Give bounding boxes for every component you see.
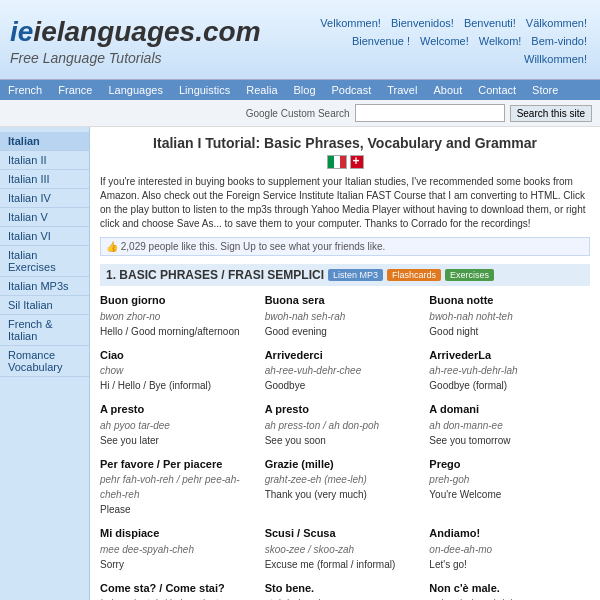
vocab-translation: Excuse me (formal / informal) xyxy=(265,557,426,572)
vocab-pronunciation: preh-goh xyxy=(429,472,590,487)
nav-item-about[interactable]: About xyxy=(425,80,470,100)
flag-italy xyxy=(327,155,347,169)
vocab-translation: Goodbye xyxy=(265,378,426,393)
welcome-word: Bem-vindo! xyxy=(528,34,590,48)
vocab-translation: Good evening xyxy=(265,324,426,339)
vocab-word: Grazie (mille) xyxy=(265,456,426,473)
nav-item-contact[interactable]: Contact xyxy=(470,80,524,100)
vocab-pronunciation: ah don-mann-ee xyxy=(429,418,590,433)
vocab-word: A domani xyxy=(429,401,590,418)
vocab-translation: Sorry xyxy=(100,557,261,572)
vocab-word: A presto xyxy=(265,401,426,418)
nav-item-store[interactable]: Store xyxy=(524,80,566,100)
sidebar-item-italian-mp3s[interactable]: Italian MP3s xyxy=(0,277,89,296)
content-area: Italian I Tutorial: Basic Phrases, Vocab… xyxy=(90,127,600,600)
vocab-pronunciation: ah pyoo tar-dee xyxy=(100,418,261,433)
section1-header: 1. BASIC PHRASES / FRASI SEMPLICI Listen… xyxy=(100,264,590,286)
nav-item-languages[interactable]: Languages xyxy=(101,80,171,100)
logo[interactable]: ieielanguages.com xyxy=(10,16,261,48)
vocab-word: Buon giorno xyxy=(100,292,261,309)
vocab-pronunciation: ah press-ton / ah don-poh xyxy=(265,418,426,433)
sidebar-item-italian-iv[interactable]: Italian IV xyxy=(0,189,89,208)
vocab-entry: ArrivederLa ah-ree-vuh-dehr-lah Goodbye … xyxy=(429,347,590,394)
vocab-word: Mi dispiace xyxy=(100,525,261,542)
vocab-pronunciation: ah-ree-vuh-dehr-chee xyxy=(265,363,426,378)
nav-item-travel[interactable]: Travel xyxy=(379,80,425,100)
nav-item-french[interactable]: French xyxy=(0,80,50,100)
exercises-button[interactable]: Exercises xyxy=(445,269,494,281)
vocab-pronunciation: bwoh-nah seh-rah xyxy=(265,309,426,324)
vocab-word: Buona sera xyxy=(265,292,426,309)
vocab-translation: Hello / Good morning/afternoon xyxy=(100,324,261,339)
welcome-word: Välkommen! xyxy=(523,16,590,30)
sidebar-item-italian-v[interactable]: Italian V xyxy=(0,208,89,227)
welcome-word: Bienvenidos! xyxy=(388,16,457,30)
search-input[interactable] xyxy=(355,104,505,122)
vocab-entry: Buona notte bwoh-nah noht-teh Good night xyxy=(429,292,590,339)
sidebar-item-italian-ii[interactable]: Italian II xyxy=(0,151,89,170)
fb-bar: 👍 2,029 people like this. Sign Up to see… xyxy=(100,237,590,256)
main-layout: ItalianItalian IIItalian IIIItalian IVIt… xyxy=(0,127,600,600)
vocab-word: Come sta? / Come stai? xyxy=(100,580,261,597)
vocab-entry: Per favore / Per piacere pehr fah-voh-re… xyxy=(100,456,261,518)
vocab-pronunciation: chow xyxy=(100,363,261,378)
sidebar-item-sil-italian[interactable]: Sil Italian xyxy=(0,296,89,315)
sidebar-item-italian-iii[interactable]: Italian III xyxy=(0,170,89,189)
vocab-pronunciation: mee dee-spyah-cheh xyxy=(100,542,261,557)
sidebar-item-italian-vi[interactable]: Italian VI xyxy=(0,227,89,246)
vocab-pronunciation: pehr fah-voh-reh / pehr pee-ah-cheh-reh xyxy=(100,472,261,502)
logo-area: ieielanguages.com Free Language Tutorial… xyxy=(10,16,261,66)
welcome-word: Benvenuti! xyxy=(461,16,519,30)
vocab-word: Sto bene. xyxy=(265,580,426,597)
vocab-word: Ciao xyxy=(100,347,261,364)
welcome-word: Welkom! xyxy=(476,34,525,48)
vocab-translation: Let's go! xyxy=(429,557,590,572)
flashcards-button[interactable]: Flashcards xyxy=(387,269,441,281)
vocab-pronunciation: graht-zee-eh (mee-leh) xyxy=(265,472,426,487)
sidebar-item-romance-vocabulary[interactable]: Romance Vocabulary xyxy=(0,346,89,377)
vocab-entry: Buona sera bwoh-nah seh-rah Good evening xyxy=(265,292,426,339)
welcome-word: Welcome! xyxy=(417,34,472,48)
vocab-translation: Goodbye (formal) xyxy=(429,378,590,393)
listen-mp3-button[interactable]: Listen MP3 xyxy=(328,269,383,281)
vocab-entry: A presto ah press-ton / ah don-poh See y… xyxy=(265,401,426,448)
vocab-word: Scusi / Scusa xyxy=(265,525,426,542)
flags xyxy=(100,155,590,169)
search-bar: Google Custom Search Search this site xyxy=(0,100,600,127)
sidebar-item-french-&-italian[interactable]: French & Italian xyxy=(0,315,89,346)
vocab-entry: Non c'è male. nohn cheh mah-leh Not bad. xyxy=(429,580,590,601)
vocab-word: Non c'è male. xyxy=(429,580,590,597)
intro-text: If you're interested in buying books to … xyxy=(100,175,590,231)
vocab-pronunciation: bwon zhor-no xyxy=(100,309,261,324)
nav-bar: FrenchFranceLanguagesLinguisticsRealiaBl… xyxy=(0,80,600,100)
search-button[interactable]: Search this site xyxy=(510,105,592,122)
vocab-entry: Andiamo! on-dee-ah-mo Let's go! xyxy=(429,525,590,572)
vocab-entry: Prego preh-goh You're Welcome xyxy=(429,456,590,518)
vocab-pronunciation: stoh beh-neh xyxy=(265,596,426,600)
nav-item-blog[interactable]: Blog xyxy=(286,80,324,100)
vocab-translation: Hi / Hello / Bye (informal) xyxy=(100,378,261,393)
nav-item-france[interactable]: France xyxy=(50,80,100,100)
header: ieielanguages.com Free Language Tutorial… xyxy=(0,0,600,80)
nav-item-realia[interactable]: Realia xyxy=(238,80,285,100)
vocab-entry: Come sta? / Come stai? koh-meh stah / ko… xyxy=(100,580,261,601)
vocab-word: ArrivederLa xyxy=(429,347,590,364)
vocab-word: Andiamo! xyxy=(429,525,590,542)
nav-item-podcast[interactable]: Podcast xyxy=(324,80,380,100)
welcome-word: Willkommen! xyxy=(521,52,590,66)
vocab-entry: Mi dispiace mee dee-spyah-cheh Sorry xyxy=(100,525,261,572)
vocab-grid: Buon giorno bwon zhor-no Hello / Good mo… xyxy=(100,292,590,600)
vocab-word: Per favore / Per piacere xyxy=(100,456,261,473)
sidebar-item-italian-exercises[interactable]: Italian Exercises xyxy=(0,246,89,277)
welcome-word: Bienvenue ! xyxy=(349,34,413,48)
vocab-entry: Ciao chow Hi / Hello / Bye (informal) xyxy=(100,347,261,394)
sidebar-item-italian[interactable]: Italian xyxy=(0,132,89,151)
page-title: Italian I Tutorial: Basic Phrases, Vocab… xyxy=(100,135,590,151)
vocab-translation: See you later xyxy=(100,433,261,448)
vocab-pronunciation: skoo-zee / skoo-zah xyxy=(265,542,426,557)
vocab-pronunciation: koh-meh stah / koh-meh sty xyxy=(100,596,261,600)
vocab-word: Prego xyxy=(429,456,590,473)
vocab-entry: Arrivederci ah-ree-vuh-dehr-chee Goodbye xyxy=(265,347,426,394)
nav-item-linguistics[interactable]: Linguistics xyxy=(171,80,238,100)
vocab-word: Buona notte xyxy=(429,292,590,309)
